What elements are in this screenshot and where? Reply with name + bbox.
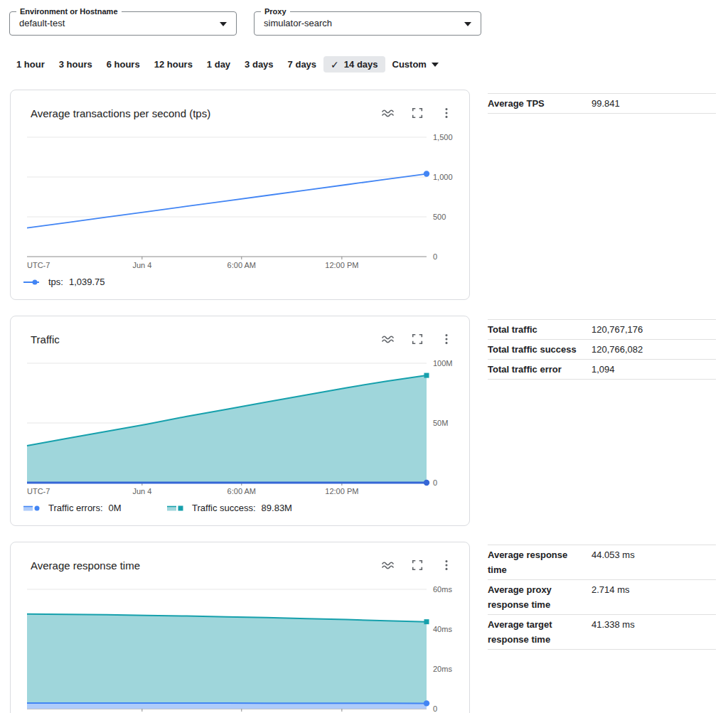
stat-value: 44.053 ms (592, 547, 635, 577)
legend-item[interactable]: Traffic errors:0M (23, 503, 166, 513)
time-range-3-hours[interactable]: 3 hours (52, 56, 100, 73)
dropdown-arrow-icon (464, 22, 471, 26)
svg-text:0: 0 (433, 704, 437, 713)
response-time-stats-table: Average response time44.053 msAverage pr… (488, 545, 716, 650)
svg-text:60ms: 60ms (433, 585, 452, 594)
environment-select-label: Environment or Hostname (16, 6, 122, 16)
time-range-label: 1 day (207, 59, 230, 70)
legend-item[interactable]: Traffic success:89.83M (166, 503, 292, 513)
tps-stats-table: Average TPS99.841 (488, 93, 716, 114)
legend-item[interactable]: tps:1,039.75 (23, 277, 105, 287)
traffic-stats-table: Total traffic120,767,176Total traffic su… (488, 319, 716, 380)
time-range-3-days[interactable]: 3 days (237, 56, 280, 73)
time-range-label: Custom (392, 59, 427, 70)
charts-column: Average transactions per second (tps) (10, 90, 470, 713)
card-header: Traffic (11, 316, 469, 346)
chart-card-tps: Average transactions per second (tps) (10, 90, 470, 300)
time-range-14-days[interactable]: ✓14 days (323, 56, 385, 73)
more-options-icon[interactable] (439, 332, 454, 346)
svg-text:40ms: 40ms (433, 625, 452, 633)
stat-label: Average response time (488, 547, 592, 577)
legend-swatch-icon (23, 504, 43, 513)
stat-row: Average target response time41.338 ms (488, 614, 716, 650)
card-header: Average transactions per second (tps) (11, 90, 469, 120)
chart-card-traffic: Traffic 100M50M0UTC-7Jun 46:00 AM12:00 (10, 316, 470, 526)
stat-value: 120,767,176 (592, 322, 643, 337)
stats-column: Average TPS99.841 Total traffic120,767,1… (488, 90, 716, 713)
svg-text:6:00 AM: 6:00 AM (228, 487, 256, 495)
svg-text:Jun 4: Jun 4 (132, 487, 151, 495)
stat-value: 1,094 (592, 362, 615, 377)
time-range-12-hours[interactable]: 12 hours (147, 56, 200, 73)
stat-value: 120,766,082 (592, 342, 643, 357)
card-header: Average response time (11, 542, 469, 572)
tps-chart: 1,5001,0005000UTC-7Jun 46:00 AM12:00 PM (11, 129, 469, 275)
stat-label: Average TPS (488, 96, 592, 111)
svg-text:1,500: 1,500 (433, 133, 453, 141)
stat-row: Total traffic error1,094 (488, 359, 716, 380)
dropdown-arrow-icon (220, 22, 227, 26)
chart-card-response-time: Average response time 60ms40ms20ms0UTC (10, 542, 470, 713)
time-range-1-day[interactable]: 1 day (200, 56, 237, 73)
fullscreen-icon[interactable] (410, 106, 424, 120)
time-range-label: 6 hours (107, 59, 140, 70)
svg-text:UTC-7: UTC-7 (27, 261, 50, 269)
svg-text:1,000: 1,000 (433, 173, 453, 181)
stat-label: Total traffic error (488, 362, 592, 377)
card-actions (381, 332, 454, 346)
svg-text:0: 0 (433, 478, 437, 487)
svg-text:20ms: 20ms (433, 665, 452, 673)
legend-swatch-icon (166, 504, 186, 513)
svg-text:12:00 PM: 12:00 PM (325, 261, 358, 269)
filters-row: Environment or Hostname default-test Pro… (0, 0, 728, 36)
stat-row: Total traffic success120,766,082 (488, 339, 716, 359)
proxy-select-label: Proxy (261, 6, 290, 16)
svg-text:Jun 4: Jun 4 (132, 261, 151, 269)
svg-text:UTC-7: UTC-7 (27, 487, 50, 495)
time-range-label: 7 days (288, 59, 316, 70)
tps-chart-legend: tps:1,039.75 (11, 277, 469, 287)
chart-type-icon[interactable] (381, 106, 395, 120)
stat-label: Total traffic success (488, 342, 592, 357)
proxy-select[interactable]: Proxy simulator-search (254, 11, 481, 36)
time-range-label: 3 hours (59, 59, 92, 70)
time-range-label: 12 hours (154, 59, 193, 70)
more-options-icon[interactable] (439, 558, 454, 572)
chart-type-icon[interactable] (381, 558, 395, 572)
more-options-icon[interactable] (439, 106, 454, 120)
response-time-chart: 60ms40ms20ms0UTC-7Jun 46:00 AM12:00 PM (11, 581, 469, 713)
svg-text:100M: 100M (433, 359, 453, 368)
stat-label: Total traffic (488, 322, 592, 337)
traffic-chart-legend: Traffic errors:0MTraffic success:89.83M (11, 503, 469, 513)
stat-row: Average response time44.053 ms (488, 545, 716, 579)
svg-text:0: 0 (433, 252, 437, 261)
main-content: Average transactions per second (tps) (0, 90, 728, 713)
chart-title: Traffic (31, 333, 60, 345)
time-range-selector: 1 hour3 hours6 hours12 hours1 day3 days7… (9, 56, 728, 73)
time-range-label: 3 days (245, 59, 273, 70)
stat-value: 99.841 (592, 96, 620, 111)
stat-value: 2.714 ms (592, 582, 629, 612)
legend-label: Traffic errors: (48, 503, 103, 513)
legend-value: 1,039.75 (69, 277, 105, 287)
stat-label: Average proxy response time (488, 582, 592, 612)
time-range-custom[interactable]: Custom (385, 56, 446, 73)
card-actions (381, 106, 454, 120)
legend-label: Traffic success: (192, 503, 256, 513)
card-actions (381, 558, 454, 572)
chart-type-icon[interactable] (381, 332, 395, 346)
chart-title: Average transactions per second (tps) (31, 107, 210, 119)
time-range-7-days[interactable]: 7 days (281, 56, 323, 73)
environment-select[interactable]: Environment or Hostname default-test (9, 11, 237, 36)
proxy-performance-dashboard: Environment or Hostname default-test Pro… (0, 0, 728, 713)
fullscreen-icon[interactable] (410, 332, 424, 346)
time-range-label: 14 days (344, 59, 378, 70)
legend-value: 0M (109, 503, 122, 513)
time-range-1-hour[interactable]: 1 hour (9, 56, 52, 73)
stat-value: 41.338 ms (592, 617, 635, 647)
chart-title: Average response time (31, 559, 140, 572)
svg-text:50M: 50M (433, 419, 448, 427)
fullscreen-icon[interactable] (410, 558, 424, 572)
time-range-6-hours[interactable]: 6 hours (100, 56, 147, 73)
legend-label: tps: (48, 277, 63, 287)
